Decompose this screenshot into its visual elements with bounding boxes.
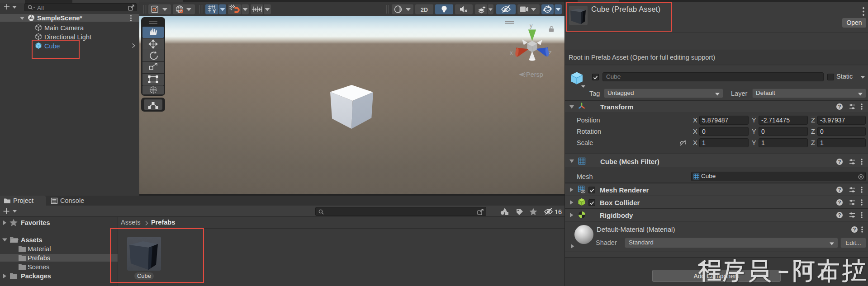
svg-text:2D: 2D — [421, 7, 428, 13]
svg-text:?: ? — [838, 187, 841, 192]
svg-text:?: ? — [838, 200, 841, 205]
svg-text:?: ? — [838, 212, 841, 218]
svg-text:y: y — [530, 22, 533, 29]
svg-text:Y: Y — [213, 9, 216, 14]
svg-text:?: ? — [838, 104, 841, 109]
svg-text:Persp: Persp — [526, 71, 543, 78]
svg-text:z: z — [549, 49, 552, 56]
svg-text:x: x — [510, 49, 513, 56]
svg-text:?: ? — [838, 159, 841, 164]
svg-text:?: ? — [853, 227, 856, 232]
svg-text:16: 16 — [555, 208, 562, 216]
